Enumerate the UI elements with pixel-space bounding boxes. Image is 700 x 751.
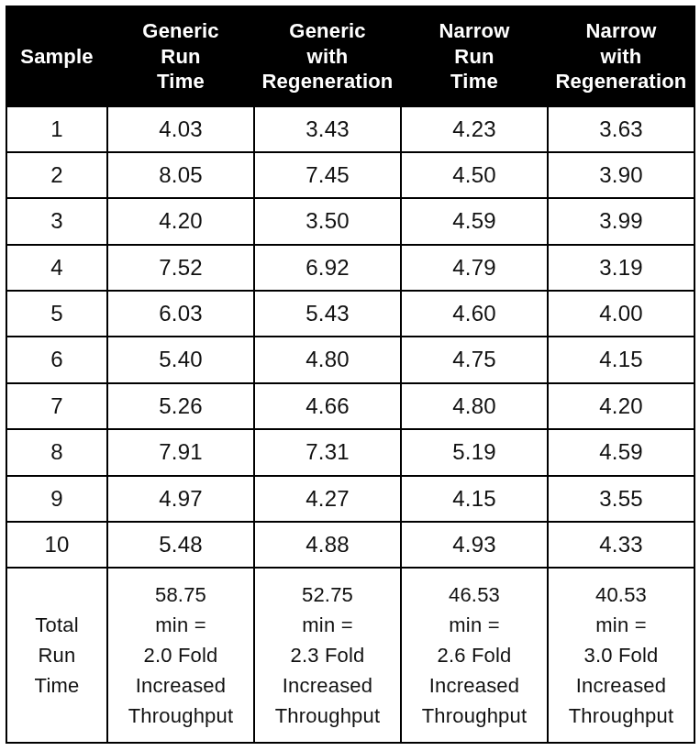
table-row: 87.917.315.194.59 [6, 429, 694, 475]
table-row: 75.264.664.804.20 [6, 383, 694, 429]
cell-value: 4.20 [548, 383, 694, 429]
cell-sample: 10 [6, 522, 107, 568]
cell-value: 4.27 [254, 476, 401, 522]
cell-value: 3.55 [548, 476, 694, 522]
header-generic-regen: GenericwithRegeneration [254, 6, 401, 106]
cell-value: 3.63 [548, 106, 694, 152]
cell-value: 4.00 [548, 291, 694, 337]
cell-value: 4.66 [254, 383, 401, 429]
cell-sample: 9 [6, 476, 107, 522]
footer-narrow-regen: 40.53min =3.0 FoldIncreasedThroughput [548, 568, 694, 743]
total-row: TotalRunTime58.75min =2.0 FoldIncreasedT… [6, 568, 694, 743]
cell-sample: 1 [6, 106, 107, 152]
table-row: 94.974.274.153.55 [6, 476, 694, 522]
cell-value: 5.43 [254, 291, 401, 337]
cell-sample: 5 [6, 291, 107, 337]
table-row: 28.057.454.503.90 [6, 152, 694, 198]
cell-value: 4.15 [401, 476, 548, 522]
footer-generic-regen: 52.75min =2.3 FoldIncreasedThroughput [254, 568, 401, 743]
cell-value: 4.59 [401, 198, 548, 244]
cell-value: 7.31 [254, 429, 401, 475]
cell-value: 7.52 [107, 245, 254, 291]
header-row: Sample GenericRunTime GenericwithRegener… [6, 6, 694, 106]
cell-sample: 2 [6, 152, 107, 198]
cell-value: 4.60 [401, 291, 548, 337]
cell-value: 4.15 [548, 337, 694, 382]
table-row: 105.484.884.934.33 [6, 522, 694, 568]
cell-value: 4.23 [401, 106, 548, 152]
cell-value: 4.88 [254, 522, 401, 568]
footer-label: TotalRunTime [6, 568, 107, 743]
table-row: 14.033.434.233.63 [6, 106, 694, 152]
header-narrow-regen: NarrowwithRegeneration [548, 6, 694, 106]
cell-value: 4.03 [107, 106, 254, 152]
runtime-table: Sample GenericRunTime GenericwithRegener… [6, 6, 695, 744]
cell-value: 3.99 [548, 198, 694, 244]
cell-value: 7.45 [254, 152, 401, 198]
table-row: 34.203.504.593.99 [6, 198, 694, 244]
cell-value: 4.59 [548, 429, 694, 475]
cell-value: 3.50 [254, 198, 401, 244]
cell-value: 5.26 [107, 383, 254, 429]
cell-sample: 8 [6, 429, 107, 475]
header-generic-run-time: GenericRunTime [107, 6, 254, 106]
cell-value: 4.80 [401, 383, 548, 429]
table-row: 56.035.434.604.00 [6, 291, 694, 337]
cell-value: 6.92 [254, 245, 401, 291]
footer-narrow-run-time: 46.53min =2.6 FoldIncreasedThroughput [401, 568, 548, 743]
cell-sample: 4 [6, 245, 107, 291]
cell-value: 4.79 [401, 245, 548, 291]
cell-value: 5.48 [107, 522, 254, 568]
cell-value: 5.40 [107, 337, 254, 382]
cell-value: 4.33 [548, 522, 694, 568]
cell-value: 4.75 [401, 337, 548, 382]
table-row: 47.526.924.793.19 [6, 245, 694, 291]
cell-value: 4.20 [107, 198, 254, 244]
cell-value: 3.19 [548, 245, 694, 291]
cell-value: 3.43 [254, 106, 401, 152]
cell-value: 4.97 [107, 476, 254, 522]
cell-value: 4.80 [254, 337, 401, 382]
cell-sample: 3 [6, 198, 107, 244]
header-narrow-run-time: NarrowRunTime [401, 6, 548, 106]
cell-value: 7.91 [107, 429, 254, 475]
cell-value: 5.19 [401, 429, 548, 475]
header-sample: Sample [6, 6, 107, 106]
cell-sample: 6 [6, 337, 107, 382]
cell-sample: 7 [6, 383, 107, 429]
cell-value: 4.93 [401, 522, 548, 568]
cell-value: 8.05 [107, 152, 254, 198]
footer-generic-run-time: 58.75min =2.0 FoldIncreasedThroughput [107, 568, 254, 743]
cell-value: 3.90 [548, 152, 694, 198]
cell-value: 4.50 [401, 152, 548, 198]
table-body: 14.033.434.233.6328.057.454.503.9034.203… [6, 106, 694, 744]
table-row: 65.404.804.754.15 [6, 337, 694, 382]
cell-value: 6.03 [107, 291, 254, 337]
